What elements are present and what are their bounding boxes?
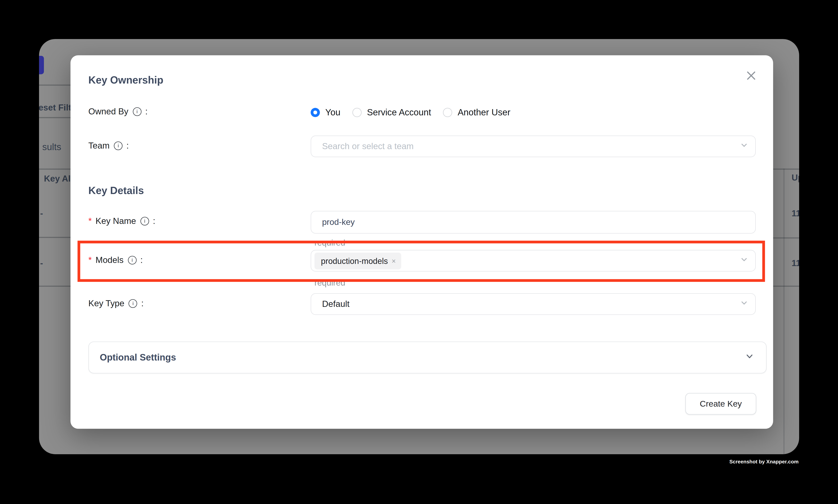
radio-dot — [314, 111, 317, 114]
chevron-down-icon — [740, 141, 748, 151]
reset-filters-button-partial[interactable]: eset Filt — [39, 103, 71, 113]
divider — [39, 117, 70, 118]
divider — [773, 286, 799, 286]
info-icon[interactable]: i — [140, 217, 149, 226]
table-column-divider — [783, 169, 784, 454]
optional-settings-label: Optional Settings — [100, 352, 176, 363]
divider — [39, 85, 70, 85]
info-icon[interactable]: i — [133, 107, 141, 116]
divider — [773, 237, 799, 238]
watermark: Screenshot by Xnapper.com — [729, 458, 799, 465]
screenshot-stage: eset Filt sults Key Alia Up - 11/ - 11/ … — [0, 0, 838, 504]
modal-title: Key Ownership — [88, 74, 163, 86]
models-row-annotation-rectangle — [77, 241, 765, 282]
results-count-partial: sults — [42, 142, 61, 153]
radio-selected-icon[interactable] — [310, 108, 320, 117]
divider — [39, 286, 70, 286]
radio-unselected-icon[interactable] — [352, 108, 361, 117]
key-name-input[interactable]: prod-key — [310, 211, 756, 234]
chevron-down-icon — [740, 299, 748, 309]
radio-option-service-account[interactable]: Service Account — [352, 107, 431, 118]
close-button[interactable] — [743, 68, 759, 85]
info-icon[interactable]: i — [129, 299, 137, 308]
key-type-value: Default — [311, 299, 350, 309]
required-mark: * — [88, 216, 92, 226]
divider — [39, 237, 70, 237]
table-row-updated: 11/ — [791, 209, 799, 218]
column-header-updated: Up — [791, 173, 799, 183]
info-icon[interactable]: i — [114, 142, 122, 150]
team-select-placeholder: Search or select a team — [311, 142, 414, 151]
radio-option-another-user[interactable]: Another User — [443, 107, 511, 118]
table-row-key-alias: - — [40, 259, 43, 268]
create-new-key-button-partial[interactable] — [39, 56, 44, 74]
key-details-title: Key Details — [88, 185, 144, 197]
key-type-select[interactable]: Default — [310, 293, 756, 315]
radio-unselected-icon[interactable] — [443, 108, 452, 117]
close-icon — [746, 71, 755, 82]
divider — [773, 169, 799, 169]
create-key-button[interactable]: Create Key — [685, 393, 756, 415]
key-name-value: prod-key — [311, 217, 355, 227]
table-row-key-alias: - — [40, 209, 43, 218]
divider — [39, 169, 70, 169]
table-row-updated: 11/ — [791, 259, 799, 268]
radio-option-you[interactable]: You — [310, 107, 340, 118]
chevron-down-icon — [745, 352, 754, 363]
key-name-label: * Key Name i : — [88, 216, 156, 226]
team-select[interactable]: Search or select a team — [310, 136, 756, 157]
team-label: Team i : — [88, 141, 129, 151]
key-type-label: Key Type i : — [88, 299, 144, 308]
owned-by-radio-group: You Service Account Another User — [310, 107, 511, 118]
optional-settings-toggle[interactable]: Optional Settings — [88, 341, 767, 373]
owned-by-label: Owned By i : — [88, 107, 148, 116]
